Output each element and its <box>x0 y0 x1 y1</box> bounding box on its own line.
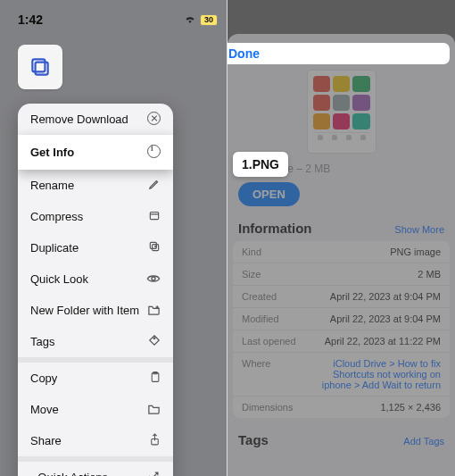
file-name: 1.PNG <box>233 152 288 177</box>
menu-get-info[interactable]: Get Info <box>18 135 173 170</box>
battery-indicator: 30 <box>200 14 218 26</box>
menu-rename[interactable]: Rename <box>18 170 173 201</box>
pencil-icon <box>143 178 161 193</box>
menu-compress[interactable]: Compress <box>18 201 173 232</box>
menu-label: Move <box>30 403 59 416</box>
folder-plus-icon <box>143 304 161 318</box>
archive-icon <box>143 209 161 224</box>
phone-right: 1:42 30 Info PNG image – 2 MB OPEN Infor… <box>228 0 455 476</box>
wand-icon <box>143 470 161 477</box>
row-key: Where <box>242 358 270 390</box>
row-val: April 22, 2023 at 9:04 PM <box>330 313 441 324</box>
row-val: 1,125 × 2,436 <box>380 402 441 413</box>
menu-label: Quick Look <box>30 272 88 286</box>
menu-remove-download[interactable]: Remove Download <box>18 104 173 135</box>
menu-label: Compress <box>30 210 83 223</box>
menu-label: Share <box>30 434 62 447</box>
done-button[interactable]: Done <box>228 43 450 64</box>
eye-icon <box>143 272 161 287</box>
info-sheet: Info PNG image – 2 MB OPEN Information S… <box>228 34 455 476</box>
show-more-link[interactable]: Show More <box>394 224 444 235</box>
row-key: Size <box>242 269 261 280</box>
menu-tags[interactable]: Tags <box>18 326 173 357</box>
file-thumbnail[interactable] <box>18 45 62 89</box>
chevron-right-icon: › <box>30 471 34 476</box>
svg-point-6 <box>153 338 155 339</box>
row-val: PNG image <box>390 246 441 257</box>
svg-rect-2 <box>150 213 158 220</box>
menu-copy[interactable]: Copy <box>18 363 173 394</box>
menu-label: Duplicate <box>30 241 79 255</box>
menu-label: Tags <box>30 335 54 348</box>
menu-move[interactable]: Move <box>18 394 173 425</box>
info-icon <box>143 145 161 161</box>
row-last-opened: Last opened April 22, 2023 at 11:22 PM <box>233 330 450 353</box>
row-kind: Kind PNG image <box>233 241 450 263</box>
done-label: Done <box>228 46 260 61</box>
row-created: Created April 22, 2023 at 9:04 PM <box>233 286 450 308</box>
info-list: Kind PNG image Size 2 MB Created April 2… <box>233 241 450 418</box>
row-val: 2 MB <box>418 269 441 280</box>
copy-pages-icon <box>29 55 52 79</box>
tag-icon <box>143 334 161 349</box>
open-button[interactable]: OPEN <box>238 182 300 206</box>
row-where: Where iCloud Drive > How to fix Shortcut… <box>233 353 450 397</box>
remove-download-icon <box>143 112 161 128</box>
row-dimensions: Dimensions 1,125 × 2,436 <box>233 397 450 418</box>
section-tags: Tags <box>238 432 269 447</box>
context-menu: Remove Download Get Info Rename Compress… <box>18 104 173 476</box>
file-preview <box>307 70 376 154</box>
menu-new-folder[interactable]: New Folder with Item <box>18 295 173 326</box>
row-size: Size 2 MB <box>233 263 450 286</box>
svg-rect-0 <box>36 63 48 75</box>
menu-label: Copy <box>30 372 57 385</box>
duplicate-icon <box>143 240 161 255</box>
row-val: April 22, 2023 at 9:04 PM <box>330 291 441 302</box>
menu-quick-actions[interactable]: ›Quick Actions <box>18 462 173 476</box>
phone-left: 1:42 30 Remove Download Get Info Rename … <box>0 0 228 476</box>
section-information: Information <box>238 221 312 236</box>
svg-rect-1 <box>32 59 45 71</box>
menu-duplicate[interactable]: Duplicate <box>18 232 173 263</box>
menu-label: Quick Actions <box>37 471 108 476</box>
row-modified: Modified April 22, 2023 at 9:04 PM <box>233 308 450 330</box>
menu-quick-look[interactable]: Quick Look <box>18 263 173 295</box>
row-key: Last opened <box>242 336 296 347</box>
menu-label: Get Info <box>30 146 74 159</box>
menu-share[interactable]: Share <box>18 425 173 456</box>
add-tags-link[interactable]: Add Tags <box>403 436 444 447</box>
svg-point-5 <box>152 277 155 280</box>
clipboard-icon <box>143 371 161 387</box>
row-key: Modified <box>242 313 279 324</box>
menu-label: New Folder with Item <box>30 304 139 317</box>
menu-label: Rename <box>30 179 74 192</box>
share-icon <box>143 433 161 449</box>
filename-callout: 1.PNG <box>233 152 288 177</box>
status-bar: 1:42 30 <box>0 0 227 39</box>
menu-label: Remove Download <box>30 113 128 126</box>
status-indicators: 30 <box>184 14 218 26</box>
row-key: Created <box>242 291 277 302</box>
row-val: April 22, 2023 at 11:22 PM <box>325 336 441 347</box>
status-time: 1:42 <box>18 13 43 27</box>
row-key: Kind <box>242 246 261 257</box>
folder-icon <box>143 403 161 417</box>
row-key: Dimensions <box>242 402 293 413</box>
row-val[interactable]: iCloud Drive > How to fix Shortcuts not … <box>307 358 441 390</box>
wifi-icon <box>184 14 196 25</box>
